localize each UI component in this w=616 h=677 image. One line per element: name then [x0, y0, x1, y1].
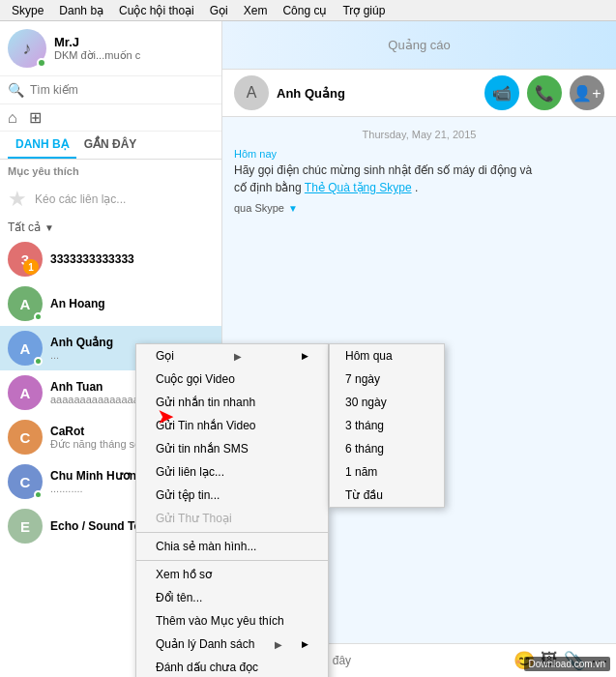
menu-bar: Skype Danh bạ Cuộc hội thoại Gọi Xem Côn…: [0, 0, 616, 21]
red-arrow: ➤: [157, 404, 174, 429]
ctx-gui-tep-tin[interactable]: Gửi tệp tin...: [136, 484, 328, 507]
msg-from: Hôm nay: [234, 148, 604, 160]
all-label[interactable]: Tất cả ▼: [0, 218, 221, 237]
list-item[interactable]: A An Hoang: [0, 281, 221, 326]
profile-name: Mr.J: [54, 35, 214, 49]
skype-credit: qua Skype ▼: [234, 202, 604, 214]
chat-user-info: A Anh Quảng: [234, 75, 345, 110]
contact-name: An Hoang: [50, 297, 214, 310]
fav-placeholder: ★ Kéo các liên lạc...: [0, 181, 221, 218]
avatar: C: [8, 464, 43, 499]
ctx-gui-thu-thoai: Gửi Thư Thoại: [136, 507, 328, 530]
profile-info: Mr.J DKM đời...muốn c: [54, 35, 214, 62]
ctx-cuoc-goi-video[interactable]: Cuộc gọi Video: [136, 368, 328, 391]
sub-hom-qua[interactable]: Hôm qua: [330, 344, 444, 368]
profile-status: DKM đời...muốn c: [54, 49, 214, 62]
video-call-button[interactable]: 📹: [484, 75, 519, 110]
menu-cong-cu[interactable]: Công cụ: [275, 2, 335, 19]
avatar: A: [8, 375, 43, 410]
sub-7-ngay[interactable]: 7 ngày: [330, 368, 444, 391]
msg-link-end: .: [415, 181, 418, 194]
chat-name: Anh Quảng: [277, 86, 345, 101]
list-item[interactable]: 3 1 3333333333333: [0, 237, 221, 281]
date-divider: Thursday, May 21, 2015: [234, 129, 604, 140]
call-button[interactable]: 📞: [527, 75, 562, 110]
chevron-down-icon[interactable]: ▼: [288, 203, 298, 214]
ctx-chia-se-man-hinh[interactable]: Chia sẻ màn hình...: [136, 535, 328, 558]
download-badge: Download.com.vn: [524, 657, 610, 671]
status-dot: [34, 490, 43, 499]
menu-cuoc-hoi-thoai[interactable]: Cuộc hội thoại: [111, 2, 202, 19]
section-muc-yeu-thich: Mục yêu thích: [0, 160, 221, 181]
sub-menu: Hôm qua 7 ngày 30 ngày 3 tháng 6 tháng 1…: [329, 343, 445, 508]
status-dot: [37, 58, 46, 68]
search-icon: 🔍: [8, 82, 24, 98]
arrow-icon: ▶: [275, 639, 282, 650]
ctx-gui-lien-lac[interactable]: Gửi liên lạc...: [136, 460, 328, 484]
contact-details: 3333333333333: [50, 252, 214, 266]
ctx-sep-2: [136, 560, 328, 561]
ctx-them-vao-muc[interactable]: Thêm vào Mục yêu thích: [136, 609, 328, 633]
skype-credit-text: qua Skype: [234, 202, 284, 214]
add-contact-button[interactable]: 👤+: [570, 75, 604, 110]
notif-badge: 1: [23, 259, 39, 275]
search-input[interactable]: [30, 83, 214, 97]
ad-banner: Quảng cáo: [222, 21, 616, 70]
msg-body-2: cố định bằng: [234, 181, 305, 194]
context-menu: Gọi▶ Cuộc gọi Video Gửi nhắn tin nhanh G…: [135, 343, 329, 677]
sub-30-ngay[interactable]: 30 ngày: [330, 391, 444, 414]
tat-ca-label: Tất cả: [8, 221, 41, 234]
sub-3-thang[interactable]: 3 tháng: [330, 414, 444, 437]
star-icon: ★: [8, 187, 27, 212]
ctx-goi[interactable]: Gọi▶: [136, 344, 328, 368]
chevron-down-icon: ▼: [44, 222, 54, 233]
contact-name: 3333333333333: [50, 252, 214, 266]
tabs-row: DANH BẠ GẦN ĐÂY: [0, 132, 221, 160]
avatar: C: [8, 420, 43, 455]
grid-icon[interactable]: ⊞: [29, 108, 42, 127]
nav-icons: ⌂ ⊞: [0, 104, 221, 132]
ctx-danh-dau-chua-doc[interactable]: Đánh dấu chưa đọc: [136, 656, 328, 677]
tab-gan-day[interactable]: GẦN ĐÂY: [76, 132, 145, 159]
sub-1-nam[interactable]: 1 năm: [330, 460, 444, 484]
msg-text: Hãy gọi điện chúc mừng sinh nhật đến số …: [234, 162, 604, 196]
menu-goi[interactable]: Gọi: [202, 2, 236, 19]
ctx-sep-1: [136, 532, 328, 533]
avatar: A: [8, 286, 43, 321]
sub-6-thang[interactable]: 6 tháng: [330, 437, 444, 460]
home-icon[interactable]: ⌂: [8, 109, 17, 127]
contact-details: An Hoang: [50, 297, 214, 310]
avatar: A: [8, 331, 43, 366]
chat-avatar: A: [234, 75, 269, 110]
search-bar: 🔍: [0, 76, 221, 104]
fav-text: Kéo các liên lạc...: [35, 192, 126, 206]
status-dot: [34, 357, 43, 366]
ctx-gui-tin-nhan-sms[interactable]: Gửi tin nhắn SMS: [136, 437, 328, 460]
arrow-icon: ▶: [234, 351, 242, 362]
chat-actions: 📹 📞 👤+: [484, 75, 604, 110]
msg-body-1: Hãy gọi điện chúc mừng sinh nhật đến số …: [234, 163, 532, 177]
ctx-xem-ho-so[interactable]: Xem hồ sơ: [136, 563, 328, 586]
menu-tro-giup[interactable]: Trợ giúp: [335, 2, 393, 19]
sub-tu-dau[interactable]: Từ đầu: [330, 484, 444, 507]
ctx-doi-ten[interactable]: Đổi tên...: [136, 586, 328, 609]
tab-danh-ba[interactable]: DANH BẠ: [8, 132, 76, 159]
avatar: 3 1: [8, 242, 43, 277]
ctx-quan-ly-danh-sach[interactable]: Quản lý Danh sách▶: [136, 633, 328, 656]
avatar: E: [8, 509, 43, 544]
status-dot: [34, 312, 43, 321]
menu-skype[interactable]: Skype: [4, 2, 51, 19]
msg-link[interactable]: Thẻ Quà tặng Skype: [305, 181, 412, 194]
menu-danh-ba[interactable]: Danh bạ: [51, 2, 111, 19]
avatar: ♪: [8, 29, 46, 68]
menu-xem[interactable]: Xem: [236, 2, 276, 19]
profile-area: ♪ Mr.J DKM đời...muốn c: [0, 21, 221, 76]
chat-header: A Anh Quảng 📹 📞 👤+: [222, 70, 616, 117]
